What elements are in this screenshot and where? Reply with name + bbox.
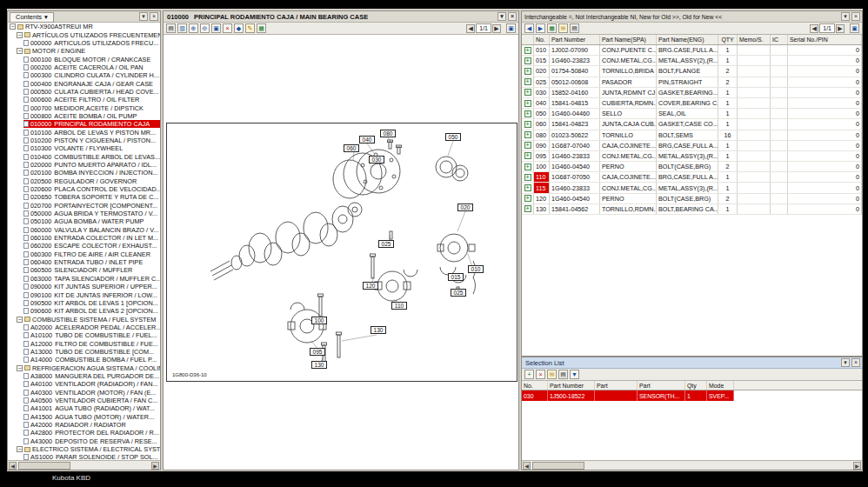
part-number[interactable]: 15841-04562 bbox=[550, 204, 600, 214]
tree-group[interactable]: −ELECTRICO SISTEMA / ELECTRICAL SYSTEM bbox=[8, 445, 160, 453]
tree-item[interactable]: 090000KIT JUNTAS SUPERIOR / UPPER... bbox=[8, 283, 160, 290]
tree-item[interactable]: 010300VOLANTE / FLYWHEEL bbox=[8, 144, 160, 152]
part-ref-no[interactable]: 050 bbox=[534, 109, 550, 118]
tree-item[interactable]: 020100BOMBA INYECCION / INJECTION... bbox=[8, 169, 160, 177]
tree-item[interactable]: 020000PUNTO MUERTO APARATO / IDL... bbox=[8, 161, 160, 169]
parts-row[interactable]: +0901G687-07040CAJA,COJINETE...BRG,CASE,… bbox=[522, 141, 862, 151]
part-number[interactable]: 1G460-23833 bbox=[550, 183, 600, 192]
parts-row[interactable]: +08001023-50622TORNILLOBOLT,SEMS160 bbox=[522, 130, 862, 141]
callout-025[interactable]: 025 bbox=[378, 240, 394, 248]
tree-item[interactable]: 090600KIT ARBOL DE LEVAS 2 [OPCION... bbox=[8, 307, 160, 315]
part-number[interactable]: 01754-50840 bbox=[550, 66, 600, 76]
expand-plus-icon[interactable]: + bbox=[524, 110, 531, 117]
selection-row[interactable]: 0301J500-18522SENSOR(TH...1SVEP... bbox=[522, 390, 734, 401]
part-ref-no[interactable]: 110 bbox=[534, 172, 550, 182]
callout-050[interactable]: 050 bbox=[445, 133, 461, 141]
parts-row[interactable]: +0951G460-23833CONJ.METAL,CG...METAL,ASS… bbox=[522, 151, 862, 162]
save-icon[interactable]: ▼ bbox=[570, 370, 579, 379]
tree-item[interactable]: 020650TOBERA SOPORTE Y RUTA DE C... bbox=[8, 193, 160, 201]
col-serial[interactable]: Serial No./PIN bbox=[788, 35, 862, 44]
part-number[interactable]: 1G460-04460 bbox=[550, 109, 600, 118]
copy-icon[interactable]: ▥ bbox=[177, 23, 187, 33]
parts-row[interactable]: +13015841-04562TORNILLO,RDMN...BOLT,BEAR… bbox=[522, 204, 862, 215]
collapse-icon[interactable]: − bbox=[17, 317, 23, 323]
tree-item[interactable]: A02000ACELERADOR PEDAL / ACCELER... bbox=[8, 324, 160, 331]
tree-item[interactable]: A10100TUBO DE COMBUSTIBLE / FUEL... bbox=[8, 331, 160, 339]
callout-095[interactable]: 095 bbox=[310, 348, 325, 356]
expand-plus-icon[interactable]: + bbox=[524, 89, 531, 96]
collapse-icon[interactable]: − bbox=[10, 23, 16, 30]
zoom-fit-icon[interactable]: ▣ bbox=[211, 23, 221, 33]
scroll-left-icon[interactable]: ◀ bbox=[523, 462, 531, 470]
parts-row[interactable]: +02505012-00608PASADORPIN,STRAIGHT20 bbox=[522, 77, 862, 88]
callout-130[interactable]: 130 bbox=[311, 361, 327, 369]
tree-item[interactable]: A41500AGUA TUBO (MOTOR) / WATER... bbox=[8, 413, 160, 421]
tree-item[interactable]: 000500CULATA CUBIERTA / HEAD COVE... bbox=[8, 88, 160, 96]
expand-plus-icon[interactable]: + bbox=[524, 131, 531, 138]
collapse-icon[interactable]: − bbox=[17, 446, 23, 452]
collapse-icon[interactable]: − bbox=[17, 365, 23, 371]
sel-col-mode[interactable]: Mode bbox=[707, 381, 734, 390]
parts-row[interactable]: +1101G687-07050CAJA,COJINETE...BRG,CASE,… bbox=[522, 172, 862, 183]
tree-item[interactable]: 090500KIT ARBOL DE LEVAS 1 [OPCION... bbox=[8, 299, 160, 307]
parts-expand-icon[interactable]: ▣ bbox=[850, 23, 859, 33]
col-part-name-spa[interactable]: Part Name(SPA) bbox=[600, 35, 657, 44]
remove-icon[interactable]: × bbox=[536, 370, 545, 379]
tree-root[interactable]: −RTV-X900A5TREUI MR bbox=[8, 23, 160, 30]
part-number[interactable]: 1G460-04540 bbox=[550, 194, 600, 203]
expand-plus-icon[interactable]: + bbox=[524, 57, 531, 64]
part-ref-no[interactable]: 130 bbox=[534, 204, 550, 214]
parts-row[interactable]: +1001G460-04540PERNOBOLT(CASE,BRG)20 bbox=[522, 162, 862, 172]
tree-item[interactable]: 020600PLACA CONTROL DE VELOCIDAD... bbox=[8, 185, 160, 193]
tree-item[interactable]: A42000RADIADOR / RADIATOR bbox=[8, 421, 160, 429]
parts-row[interactable]: +02001754-50840TORNILLO,BRIDABOLT,FLANGE… bbox=[522, 66, 862, 77]
callout-030[interactable]: 030 bbox=[369, 156, 384, 163]
tree-item[interactable]: 010400COMBUSTIBLE ARBOL DE LEVAS... bbox=[8, 153, 160, 161]
expand-plus-icon[interactable]: + bbox=[524, 142, 531, 149]
parts-row[interactable]: +03015852-04160JUNTA,RDMNT CJGASKET,BEAR… bbox=[522, 88, 862, 98]
part-number[interactable]: 15841-04823 bbox=[550, 119, 600, 129]
tree-item[interactable]: 090100KIT DE JUNTAS INFERIOR / LOW... bbox=[8, 290, 160, 298]
auto-hide-icon[interactable]: ▾ bbox=[841, 12, 850, 21]
zoom-in-icon[interactable]: ⊕ bbox=[189, 23, 198, 33]
tree-item[interactable]: 020500REGULADOR / GOVERNOR bbox=[8, 177, 160, 185]
expand-plus-icon[interactable]: + bbox=[524, 184, 531, 191]
expand-plus-icon[interactable]: + bbox=[524, 47, 531, 54]
pan-icon[interactable]: ◆ bbox=[234, 23, 244, 33]
part-ref-no[interactable]: 100 bbox=[534, 162, 550, 171]
part-number[interactable]: 1J002-07090 bbox=[550, 45, 600, 55]
tree-group[interactable]: −MOTOR / ENGINE bbox=[8, 47, 160, 55]
expand-plus-icon[interactable]: + bbox=[524, 163, 531, 170]
tree-item[interactable]: 060500SILENCIADOR / MUFFLER bbox=[8, 266, 160, 274]
part-number[interactable]: 05012-00608 bbox=[550, 77, 600, 87]
callout-120[interactable]: 120 bbox=[363, 282, 378, 290]
sel-col-part-eng[interactable]: Part bbox=[638, 381, 685, 390]
scroll-left-icon[interactable]: ◀ bbox=[9, 462, 17, 470]
col-ic[interactable]: IC bbox=[771, 35, 788, 44]
print-icon[interactable]: ▤ bbox=[166, 23, 176, 33]
tree-item[interactable]: 060400ENTRADA TUBO / INLET PIPE bbox=[8, 258, 160, 266]
contents-horizontal-scrollbar[interactable]: ◀ ▶ bbox=[8, 460, 160, 470]
parts-page-next-button[interactable]: ▶ bbox=[836, 24, 845, 33]
tree-item[interactable]: 060100ENTRADA COLECTOR / IN LET M... bbox=[8, 234, 160, 242]
selection-horizontal-scrollbar[interactable]: ◀ ▶ bbox=[522, 460, 862, 470]
tree-item[interactable]: 060200ESCAPE COLECTOR / EXHAUST... bbox=[8, 242, 160, 250]
auto-hide-icon[interactable]: ▾ bbox=[497, 12, 506, 21]
part-ref-no[interactable]: 095 bbox=[534, 151, 550, 161]
parts-row[interactable]: +1201G460-04540PERNOBOLT(CASE,BRG)20 bbox=[522, 194, 862, 204]
sel-col-qty[interactable]: Qty bbox=[685, 381, 707, 390]
tree-item[interactable]: A40500VENTILADOR CUBIERTA / FAN C... bbox=[8, 397, 160, 404]
tree-item[interactable]: A14000COMBUSTIBLE BOMBA / FUEL P... bbox=[8, 356, 160, 364]
tree-item[interactable]: 000600ACEITE FILTRO / OIL FILTER bbox=[8, 96, 160, 103]
tree-item[interactable]: 010200PISTON Y CIGUEENAL / PISTON... bbox=[8, 137, 160, 144]
tree-item[interactable]: A42800PROTECTOR DEL RADIADOR / R... bbox=[8, 429, 160, 437]
tree-item[interactable]: A38000MANGUERA DEL PURGADOR DE... bbox=[8, 372, 160, 380]
tree-group[interactable]: −ARTÍCULOS UTILIZADOS FRECUENTEMENTE... bbox=[8, 30, 160, 38]
callout-100[interactable]: 100 bbox=[311, 317, 327, 324]
col-part-name-eng[interactable]: Part Name(ENG) bbox=[657, 35, 718, 44]
callout-025[interactable]: 025 bbox=[451, 289, 466, 297]
callout-060[interactable]: 060 bbox=[344, 144, 359, 152]
export-icon[interactable]: ▦ bbox=[547, 23, 557, 33]
col-no[interactable]: No. bbox=[534, 35, 550, 44]
parts-row[interactable]: +04015841-04815CUBIERTA,RDMN...COVER,BEA… bbox=[522, 98, 862, 109]
